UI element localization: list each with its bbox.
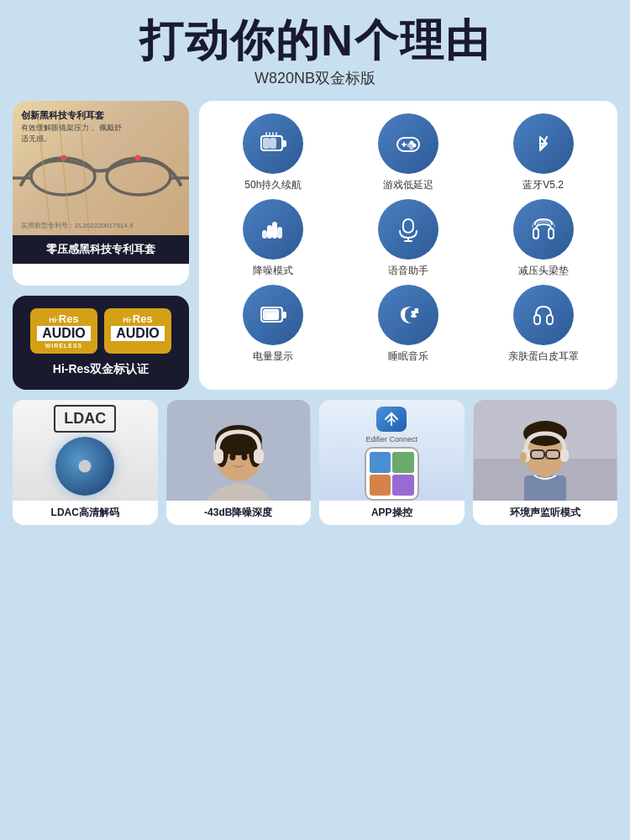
hires-badges: Hi·Res AUDIO WIRELESS Hi·Res AUDIO AUDIO [30,308,171,354]
svg-rect-0 [13,101,189,235]
feature-icon-noise [243,199,303,260]
feature-label-sleep: 睡眠音乐 [388,349,428,364]
bottom-card-ldac: LDAC LDAC高清解码 [13,400,158,525]
bottom-card-monitor: 环境声监听模式 [473,400,618,525]
page-wrapper: 打动你的N个理由 W820NB双金标版 创新黑科技专利耳套 有效缓解眼镜架压力，… [0,0,630,538]
header-section: 打动你的N个理由 W820NB双金标版 [13,17,617,88]
features-panel: 50h持久续航 游 [199,101,617,390]
svg-rect-65 [560,449,569,462]
app-thumb-3 [370,475,391,496]
svg-rect-26 [268,226,271,238]
svg-rect-59 [531,450,544,459]
svg-point-21 [410,142,412,144]
feature-icon-headband [513,199,574,260]
monitor-label: 环境声监听模式 [473,501,618,525]
audio-text-2: AUDIO [111,326,165,341]
svg-line-5 [38,118,50,231]
svg-rect-13 [270,139,276,148]
girl-svg [167,400,310,501]
feature-bluetooth: 蓝牙V5.2 [477,113,609,192]
left-col: 创新黑科技专利耳套 有效缓解眼镜架压力， 佩戴舒适无感。 [13,101,189,390]
svg-point-66 [520,452,527,462]
svg-point-24 [407,144,410,147]
bottom-grid: LDAC LDAC高清解码 [13,400,617,525]
svg-rect-35 [282,312,286,318]
svg-point-51 [229,454,235,460]
feature-earcup: 亲肤蛋白皮耳罩 [477,285,609,364]
feature-icon-earcup [513,285,574,345]
bottom-card-app: Edifier Connect APP操控 [319,400,465,525]
feature-noise: 降噪模式 [207,199,339,278]
svg-point-8 [61,155,67,161]
feature-label-battery: 50h持久续航 [244,178,302,192]
svg-rect-27 [273,223,276,238]
feature-icon-battery-pct: 80% [243,285,303,345]
feature-label-noise: 降噪模式 [253,264,293,278]
svg-rect-28 [278,228,281,238]
feature-label-headband: 减压头梁垫 [518,264,569,278]
earcup-card: 创新黑科技专利耳套 有效缓解眼镜架压力， 佩戴舒适无感。 [13,101,189,286]
svg-rect-33 [549,228,554,239]
ldac-disc [55,437,114,496]
ldac-image: LDAC [13,400,158,501]
girl-image [166,400,312,501]
monitor-image [473,400,618,501]
feature-battery-pct: 80% 电量显示 [207,285,339,364]
feature-icon-mic [378,199,438,260]
app-image: Edifier Connect [319,400,465,501]
feature-icon-sleep: z z [378,285,438,345]
feature-label-bluetooth: 蓝牙V5.2 [522,178,564,192]
svg-rect-40 [534,315,540,324]
hires-text-2: Hi·Res [111,313,165,324]
svg-rect-41 [547,315,553,324]
hires-label: Hi-Res双金标认证 [53,362,149,377]
feature-gamepad: 游戏低延迟 [343,113,475,192]
feature-icon-battery [243,113,303,174]
subtitle: W820NB双金标版 [13,68,617,88]
svg-text:80%: 80% [266,312,279,318]
app-label: APP操控 [319,501,465,525]
main-title: 打动你的N个理由 [13,17,617,65]
feature-sleep: z z 睡眠音乐 [343,285,475,364]
svg-rect-11 [282,141,286,146]
svg-point-22 [412,144,415,147]
hires-text-1: Hi·Res [37,313,91,324]
feature-battery: 50h持久续航 [207,113,339,192]
feature-icon-bluetooth [513,113,574,174]
svg-point-2 [107,158,171,195]
app-name: Edifier Connect [365,435,417,444]
svg-line-6 [59,116,70,234]
app-thumb-4 [392,475,414,496]
patent-text: 实用新型专利号：ZL202220017914.9 [21,221,133,230]
svg-rect-49 [213,449,223,464]
feature-label-mic: 语音助手 [388,264,428,278]
svg-rect-32 [533,228,538,239]
app-phone-preview [365,447,419,501]
ldac-label: LDAC高清解码 [13,501,158,525]
wireless-text: WIRELESS [37,343,91,349]
earcup-footer: 零压感黑科技专利耳套 [13,235,189,264]
features-grid: 50h持久续航 游 [207,113,609,364]
svg-rect-25 [263,231,266,238]
hires-badge-wireless: Hi·Res AUDIO WIRELESS [30,308,97,354]
svg-point-52 [241,454,247,460]
ldac-logo: LDAC [54,405,116,433]
feature-headband: 减压头梁垫 [477,199,609,278]
hires-badge-audio: Hi·Res AUDIO AUDIO [104,308,171,354]
main-grid: 创新黑科技专利耳套 有效缓解眼镜架压力， 佩戴舒适无感。 [13,101,617,390]
svg-point-9 [135,155,141,161]
svg-rect-60 [546,450,559,459]
feature-label-gamepad: 游戏低延迟 [383,178,433,192]
earcup-image: 创新黑科技专利耳套 有效缓解眼镜架压力， 佩戴舒适无感。 [13,101,189,235]
hires-card: Hi·Res AUDIO WIRELESS Hi·Res AUDIO AUDIO… [13,296,189,390]
monitor-svg [474,400,617,501]
feature-mic: 语音助手 [343,199,475,278]
feature-icon-gamepad [378,113,438,174]
svg-rect-50 [254,449,264,464]
svg-rect-12 [264,139,269,148]
svg-line-7 [80,114,89,234]
svg-point-23 [410,147,412,150]
audio-text-1: AUDIO [37,326,91,341]
bottom-card-girl: -43dB降噪深度 [166,400,312,525]
svg-text:z: z [415,307,418,313]
